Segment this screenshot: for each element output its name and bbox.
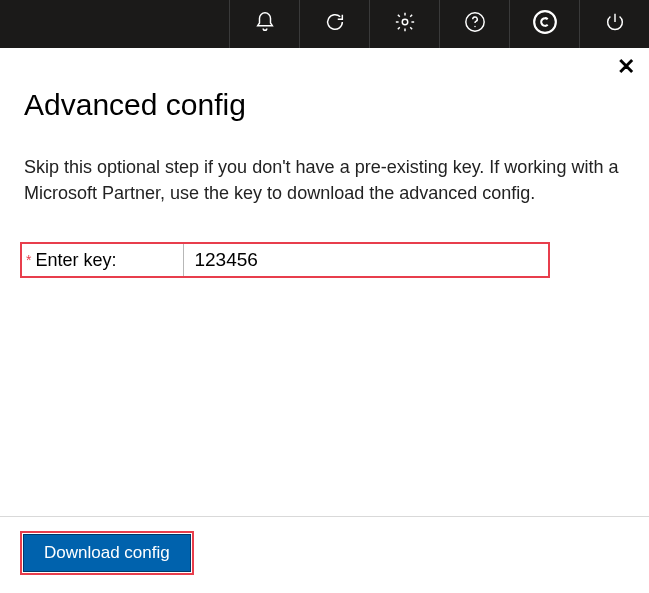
enter-key-field: * Enter key: [20,242,550,278]
dialog-panel: ✕ Advanced config Skip this optional ste… [0,48,649,593]
copyright-icon [532,9,558,39]
dialog-footer: Download config [0,517,649,593]
required-indicator: * [22,252,31,268]
refresh-icon [324,11,346,37]
dialog-description: Skip this optional step if you don't hav… [0,142,649,230]
settings-button[interactable] [369,0,439,48]
svg-point-2 [474,26,475,27]
help-icon [464,11,486,37]
svg-point-3 [534,11,556,33]
notifications-button[interactable] [229,0,299,48]
refresh-button[interactable] [299,0,369,48]
topbar [0,0,649,48]
enter-key-label: Enter key: [31,250,183,271]
help-button[interactable] [439,0,509,48]
power-button[interactable] [579,0,649,48]
power-icon [604,11,626,37]
dialog-title: Advanced config [0,80,649,142]
svg-point-0 [402,19,408,25]
download-config-button[interactable]: Download config [23,534,191,572]
notifications-icon [254,11,276,37]
copyright-button[interactable] [509,0,579,48]
enter-key-input[interactable] [183,244,548,276]
settings-icon [394,11,416,37]
close-button[interactable]: ✕ [613,54,639,80]
